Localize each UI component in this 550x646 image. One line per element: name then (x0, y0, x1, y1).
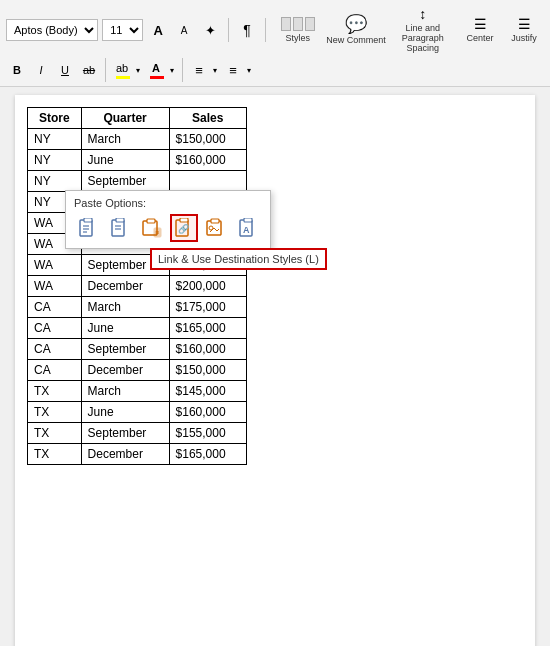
svg-rect-6 (116, 218, 124, 222)
paste-tooltip: Link & Use Destination Styles (L) (150, 248, 327, 270)
font-color-group: A ▾ (145, 59, 177, 81)
underline-button[interactable]: U (54, 59, 76, 81)
italic-button[interactable]: I (30, 59, 52, 81)
line-spacing-icon: ↕ (419, 7, 426, 21)
highlight-group: ab ▾ (111, 59, 143, 81)
center-icon: ☰ (474, 17, 487, 31)
highlight-label: ab (116, 62, 128, 74)
font-color-button[interactable]: A (145, 59, 167, 81)
table-cell: $145,000 (169, 381, 246, 402)
col-header-quarter: Quarter (81, 108, 169, 129)
highlight-color-bar (116, 76, 130, 79)
toolbar: Aptos (Body) 11 A A ✦ ¶ Styles 💬 New Com… (0, 0, 550, 87)
numbering-button[interactable]: ≡ (222, 59, 244, 81)
data-table: Store Quarter Sales NYMarch$150,000NYJun… (27, 107, 247, 465)
table-row: CADecember$150,000 (28, 360, 247, 381)
font-color-bar (150, 76, 164, 79)
paragraph-mark-button[interactable]: ¶ (236, 19, 258, 41)
paste-text-only-btn[interactable]: A (234, 214, 262, 242)
paste-icons-row: ≡ 🔗 (74, 214, 262, 242)
paste-image-link-btn[interactable] (202, 214, 230, 242)
line-spacing-label: Line and Paragraph Spacing (396, 23, 449, 53)
table-cell: March (81, 129, 169, 150)
highlight-button[interactable]: ab (111, 59, 133, 81)
table-cell: $160,000 (169, 402, 246, 423)
table-cell: $200,000 (169, 276, 246, 297)
bullets-button[interactable]: ≡ (188, 59, 210, 81)
table-row: NYSeptember (28, 171, 247, 192)
shrink-font-button[interactable]: A (173, 19, 195, 41)
table-row: WADecember$200,000 (28, 276, 247, 297)
separator3 (105, 58, 106, 82)
paste-image-link-icon (206, 218, 226, 238)
svg-rect-14 (180, 218, 188, 222)
justify-section[interactable]: ☰ Justify (504, 14, 544, 46)
paste-merge-btn[interactable] (106, 214, 134, 242)
table-cell: WA (28, 255, 82, 276)
table-cell: September (81, 171, 169, 192)
paste-picture-btn[interactable]: ≡ (138, 214, 166, 242)
table-cell: $150,000 (169, 129, 246, 150)
table-cell: $160,000 (169, 339, 246, 360)
bullets-dropdown[interactable]: ▾ (210, 59, 220, 81)
table-cell: TX (28, 423, 82, 444)
table-cell: $155,000 (169, 423, 246, 444)
table-cell: CA (28, 360, 82, 381)
center-section[interactable]: ☰ Center (460, 14, 500, 46)
table-cell (169, 171, 246, 192)
table-cell: December (81, 444, 169, 465)
table-row: CASeptember$160,000 (28, 339, 247, 360)
paste-link-dest-btn[interactable]: 🔗 (170, 214, 198, 242)
table-cell: $165,000 (169, 444, 246, 465)
new-comment-section[interactable]: 💬 New Comment (327, 12, 386, 48)
font-color-label: A (152, 62, 160, 74)
numbering-dropdown[interactable]: ▾ (244, 59, 254, 81)
new-comment-label: New Comment (326, 35, 386, 45)
table-cell: June (81, 150, 169, 171)
new-comment-icon: 💬 (345, 15, 367, 33)
strikethrough-button[interactable]: ab (78, 59, 100, 81)
grow-font-button[interactable]: A (147, 19, 169, 41)
table-cell: September (81, 339, 169, 360)
line-spacing-section[interactable]: ↕ Line and Paragraph Spacing (389, 4, 456, 56)
table-row: TXSeptember$155,000 (28, 423, 247, 444)
table-cell: NY (28, 150, 82, 171)
justify-label: Justify (511, 33, 537, 43)
separator4 (182, 58, 183, 82)
font-family-select[interactable]: Aptos (Body) (6, 19, 98, 41)
styles-icon (281, 17, 315, 31)
table-cell: March (81, 297, 169, 318)
svg-rect-20 (244, 218, 252, 222)
table-row: TXJune$160,000 (28, 402, 247, 423)
table-row: TXMarch$145,000 (28, 381, 247, 402)
table-row: TXDecember$165,000 (28, 444, 247, 465)
bullets-group: ≡ ▾ (188, 59, 220, 81)
font-size-select[interactable]: 11 (102, 19, 143, 41)
table-cell: June (81, 402, 169, 423)
svg-text:≡: ≡ (155, 229, 159, 236)
justify-icon: ☰ (518, 17, 531, 31)
table-row: CAJune$165,000 (28, 318, 247, 339)
bold-button[interactable]: B (6, 59, 28, 81)
paste-picture-icon: ≡ (142, 218, 162, 238)
font-color-dropdown[interactable]: ▾ (167, 59, 177, 81)
paste-link-dest-icon: 🔗 (174, 218, 194, 238)
paste-options-popup: Paste Options: (65, 190, 271, 249)
content-area: Paste Options: (15, 95, 535, 646)
svg-text:🔗: 🔗 (178, 223, 190, 235)
paste-keep-source-btn[interactable] (74, 214, 102, 242)
styles-label: Styles (285, 33, 310, 43)
col-header-store: Store (28, 108, 82, 129)
styles-section[interactable]: Styles (273, 14, 323, 46)
table-cell: TX (28, 402, 82, 423)
toolbar-row1: Aptos (Body) 11 A A ✦ ¶ Styles 💬 New Com… (6, 4, 544, 56)
table-cell: $165,000 (169, 318, 246, 339)
table-cell: NY (28, 171, 82, 192)
separator1 (228, 18, 229, 42)
clear-formatting-button[interactable]: ✦ (199, 19, 221, 41)
table-cell: $160,000 (169, 150, 246, 171)
table-cell: $175,000 (169, 297, 246, 318)
table-cell: WA (28, 276, 82, 297)
highlight-dropdown[interactable]: ▾ (133, 59, 143, 81)
numbering-group: ≡ ▾ (222, 59, 254, 81)
